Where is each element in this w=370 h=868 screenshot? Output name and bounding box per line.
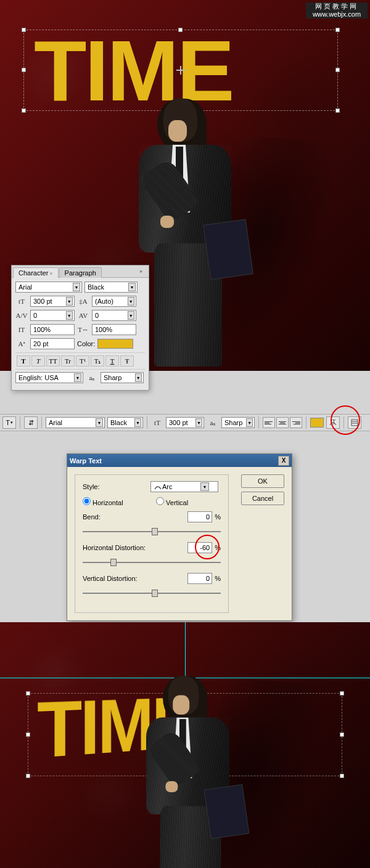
font-style-dropdown[interactable]: ▼ (84, 282, 138, 293)
leading-dropdown[interactable]: ▼ (92, 296, 136, 307)
tab-character[interactable]: Character× (13, 267, 59, 278)
vscale-input[interactable] (30, 324, 75, 335)
faux-italic-button[interactable]: T (31, 355, 45, 367)
warp-text-dialog[interactable]: Warp Text X Style: ▼ Horizontal Vertical… (67, 453, 292, 621)
palettes-button[interactable] (348, 416, 361, 429)
color-swatch[interactable] (97, 339, 133, 349)
handle-top-left[interactable] (26, 691, 30, 696)
chevron-down-icon[interactable]: ▼ (66, 311, 73, 320)
watermark-line2: www.webjx.com (308, 10, 365, 18)
type-options-bar: T▾ ⇵ ▼ ▼ tT ▼ aₐ ▼ T (0, 414, 370, 431)
vdist-slider[interactable] (83, 589, 221, 598)
hscale-icon: T↔ (77, 325, 89, 335)
underline-button[interactable]: T (105, 355, 119, 367)
chevron-down-icon[interactable]: ▼ (195, 418, 202, 427)
font-family-dropdown[interactable]: ▼ (15, 282, 82, 293)
font-size-dropdown[interactable]: ▼ (30, 296, 75, 307)
type-tool-preset[interactable]: T▾ (2, 416, 16, 429)
chevron-down-icon[interactable]: ▼ (134, 418, 141, 427)
strikethrough-button[interactable]: Ŧ (120, 355, 134, 367)
subscript-button[interactable]: T₁ (91, 355, 104, 367)
ok-button[interactable]: OK (241, 474, 284, 488)
smallcaps-button[interactable]: Tr (61, 355, 75, 367)
dialog-titlebar[interactable]: Warp Text X (67, 454, 292, 467)
kerning-dropdown[interactable]: ▼ (30, 310, 75, 321)
align-right-button[interactable] (290, 417, 302, 428)
opt-font-size[interactable]: ▼ (166, 417, 204, 428)
chevron-down-icon[interactable]: ▼ (128, 311, 134, 320)
panel-menu-icon[interactable]: ▸ (140, 268, 146, 274)
warp-text-button[interactable]: T (326, 416, 340, 429)
chevron-down-icon[interactable]: ▼ (200, 482, 209, 491)
tracking-dropdown[interactable]: ▼ (92, 310, 136, 321)
arc-icon (154, 483, 162, 490)
chevron-down-icon[interactable]: ▼ (128, 297, 134, 306)
handle-top-right[interactable] (340, 691, 344, 696)
opt-color-swatch[interactable] (310, 418, 324, 428)
hscale-input[interactable] (92, 324, 136, 335)
hdist-input[interactable] (187, 542, 212, 553)
tab-close-icon[interactable]: × (49, 270, 52, 277)
radio-horizontal[interactable]: Horizontal (83, 497, 147, 506)
leading-icon: ‡A (77, 296, 89, 306)
hdist-label: Horizontal Distortion: (83, 544, 150, 551)
chevron-down-icon[interactable]: ▼ (66, 297, 73, 306)
faux-bold-button[interactable]: T (17, 355, 30, 367)
watermark-line1: 网页教学网 (308, 2, 365, 10)
vdist-input[interactable] (187, 573, 212, 584)
tab-paragraph[interactable]: Paragraph (59, 267, 102, 278)
handle-bottom-left[interactable] (26, 774, 30, 778)
handle-top-middle[interactable] (178, 28, 183, 32)
antialias-icon: aₐ (86, 373, 98, 383)
pct-label: % (215, 575, 221, 582)
handle-middle-left[interactable] (26, 732, 30, 737)
close-icon[interactable]: X (278, 456, 289, 466)
antialias-dropdown[interactable]: ▼ (101, 372, 144, 383)
allcaps-button[interactable]: TT (46, 355, 60, 367)
hdist-slider[interactable] (83, 558, 221, 567)
baseline-input[interactable] (30, 338, 75, 349)
cancel-button[interactable]: Cancel (241, 492, 284, 505)
type-style-buttons: T T TT Tr T¹ T₁ T Ŧ (15, 352, 145, 370)
opt-font-family[interactable]: ▼ (46, 417, 105, 428)
handle-bottom-right[interactable] (340, 774, 344, 778)
handle-top-right[interactable] (335, 28, 340, 32)
handle-middle-right[interactable] (335, 68, 340, 72)
character-panel[interactable]: Character× Paragraph ▸ ▼ ▼ tT ▼ ‡A ▼ A/V… (11, 265, 149, 391)
pct-label: % (215, 513, 221, 521)
chevron-down-icon[interactable]: ▼ (135, 373, 142, 382)
vscale-icon: IT (15, 325, 28, 335)
bend-input[interactable] (187, 511, 212, 522)
style-label: Style: (83, 483, 150, 490)
chevron-down-icon[interactable]: ▼ (73, 283, 80, 291)
vdist-label: Vertical Distortion: (83, 575, 150, 582)
warp-style-dropdown[interactable]: ▼ (150, 481, 218, 492)
chevron-down-icon[interactable]: ▼ (246, 418, 253, 427)
handle-middle-left[interactable] (22, 68, 26, 72)
bend-slider[interactable] (83, 527, 221, 536)
radio-vertical[interactable]: Vertical (156, 497, 221, 506)
chevron-down-icon[interactable]: ▼ (128, 283, 136, 291)
handle-bottom-right[interactable] (335, 108, 340, 113)
canvas-after: TIME (0, 622, 370, 868)
svg-text:T: T (332, 419, 336, 426)
language-dropdown[interactable]: ▼ (15, 372, 83, 383)
svg-rect-1 (352, 420, 358, 426)
handle-middle-right[interactable] (340, 732, 344, 737)
handle-bottom-left[interactable] (22, 108, 26, 113)
transform-center[interactable] (176, 66, 185, 75)
align-left-button[interactable] (263, 417, 275, 428)
tracking-icon: AV (77, 310, 89, 320)
bend-label: Bend: (83, 513, 150, 521)
superscript-button[interactable]: T¹ (76, 355, 89, 367)
pct-label: % (215, 544, 221, 551)
watermark: 网页教学网 www.webjx.com (306, 2, 368, 18)
align-center-button[interactable] (276, 417, 289, 428)
chevron-down-icon[interactable]: ▼ (74, 373, 81, 382)
text-orientation-button[interactable]: ⇵ (24, 416, 38, 429)
dialog-title: Warp Text (70, 457, 102, 464)
chevron-down-icon[interactable]: ▼ (96, 418, 103, 427)
opt-font-style[interactable]: ▼ (107, 417, 143, 428)
handle-top-left[interactable] (22, 28, 26, 32)
opt-antialias[interactable]: ▼ (221, 417, 255, 428)
